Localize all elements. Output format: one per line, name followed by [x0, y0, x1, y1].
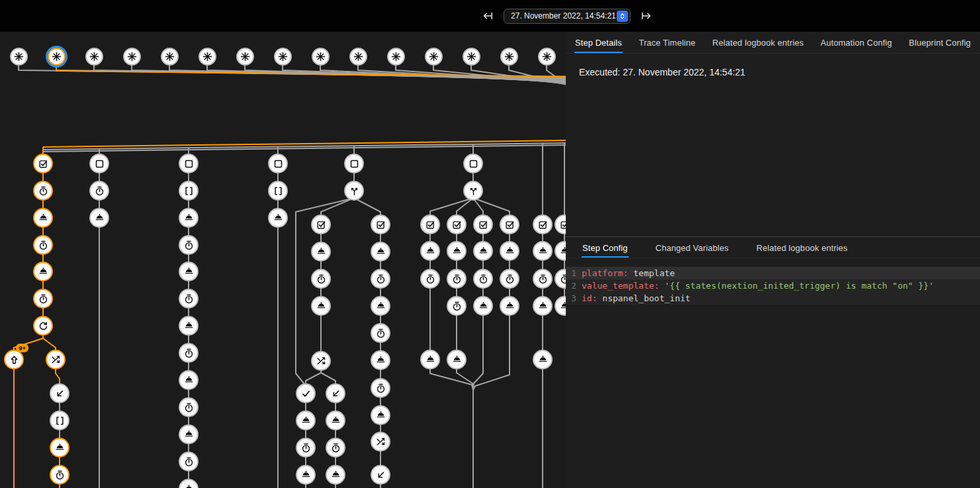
tab-blueprint-config[interactable]: Blueprint Config: [909, 32, 971, 53]
trace-node-asterisk[interactable]: [312, 48, 330, 66]
trace-node-arrow-bottom-left[interactable]: [50, 383, 69, 403]
trace-node-timer[interactable]: [311, 269, 331, 289]
step-config-editor[interactable]: 1platform: template2value_template: '{{ …: [566, 267, 980, 305]
trace-node-service-bell[interactable]: [500, 296, 519, 316]
trace-node-service-bell[interactable]: [420, 241, 440, 261]
trace-node-asterisk[interactable]: [500, 48, 518, 66]
trace-node-timer[interactable]: [179, 289, 199, 309]
trace-node-service-bell[interactable]: [296, 465, 316, 485]
trace-node-checkbox[interactable]: [371, 215, 390, 234]
trace-node-timer[interactable]: [473, 269, 493, 289]
trace-node-service-bell[interactable]: [447, 241, 467, 261]
trace-node-service-bell[interactable]: [473, 241, 493, 261]
trace-node-checkbox[interactable]: [447, 215, 467, 234]
trace-node-service-bell[interactable]: [268, 208, 288, 228]
tab-step-config[interactable]: Step Config: [582, 237, 629, 258]
trace-node-brackets[interactable]: [268, 181, 288, 201]
trace-node-checkbox[interactable]: [555, 215, 566, 234]
trace-node-asterisk[interactable]: [274, 48, 292, 66]
previous-trace-button[interactable]: [480, 9, 495, 23]
trace-node-arrow-bottom-left[interactable]: [371, 465, 390, 485]
trace-node-asterisk[interactable]: [538, 48, 556, 66]
trace-node-choose-split[interactable]: [463, 181, 483, 201]
trace-node-service-bell[interactable]: [326, 465, 345, 485]
trace-node-check[interactable]: [296, 383, 316, 403]
tab-related-logbook-entries[interactable]: Related logbook entries: [712, 32, 805, 53]
trace-node-checkbox[interactable]: [420, 215, 440, 234]
trace-node-service-bell[interactable]: [555, 296, 566, 316]
trace-node-brackets[interactable]: [179, 181, 199, 201]
trace-run-select[interactable]: 27. November 2022, 14:54:21: [504, 9, 631, 24]
trace-node-service-bell[interactable]: [500, 241, 519, 261]
trace-node-timer[interactable]: [371, 378, 390, 398]
next-trace-button[interactable]: [639, 9, 654, 23]
trace-node-split-arrows[interactable]: [371, 432, 390, 452]
trace-node-timer[interactable]: [555, 269, 566, 289]
trace-node-service-bell[interactable]: [533, 241, 553, 261]
trace-node-timer[interactable]: [179, 452, 199, 471]
trace-node-timer[interactable]: [89, 181, 109, 201]
trace-node-service-bell[interactable]: [179, 316, 199, 336]
trace-node-arrow-up[interactable]: 9+: [4, 350, 24, 369]
trace-node-service-bell[interactable]: [371, 405, 390, 425]
code-line-1[interactable]: 1platform: template: [566, 267, 980, 279]
trace-node-timer[interactable]: [420, 269, 440, 289]
trace-node-service-bell[interactable]: [179, 479, 199, 488]
trace-node-timer[interactable]: [326, 438, 345, 458]
trace-node-service-bell[interactable]: [179, 370, 199, 390]
trace-node-brackets[interactable]: [50, 411, 69, 430]
trace-node-service-bell[interactable]: [311, 296, 331, 316]
trace-node-service-bell[interactable]: [89, 208, 109, 228]
trace-node-asterisk[interactable]: [236, 48, 254, 66]
trace-node-state-box[interactable]: [179, 154, 199, 173]
trace-node-repeat[interactable]: [33, 316, 53, 336]
trace-node-service-bell[interactable]: [555, 241, 566, 261]
tab-changed-variables[interactable]: Changed Variables: [655, 237, 729, 258]
trace-node-asterisk[interactable]: [349, 48, 367, 66]
trace-node-asterisk[interactable]: [199, 48, 216, 66]
trace-node-service-bell[interactable]: [371, 296, 390, 316]
trace-node-timer[interactable]: [179, 235, 199, 255]
trace-node-timer[interactable]: [371, 323, 390, 343]
trace-node-checkbox[interactable]: [311, 215, 331, 234]
trace-node-timer[interactable]: [50, 465, 69, 485]
trace-node-timer[interactable]: [447, 269, 467, 289]
trace-node-service-bell[interactable]: [33, 262, 53, 281]
trace-node-choose-split[interactable]: [344, 181, 364, 201]
trace-node-service-bell[interactable]: [371, 350, 390, 370]
trace-node-asterisk[interactable]: [10, 48, 28, 66]
trace-node-service-bell[interactable]: [296, 411, 316, 430]
trace-node-timer[interactable]: [179, 397, 199, 417]
trace-node-timer[interactable]: [447, 296, 467, 316]
trace-node-timer[interactable]: [33, 289, 53, 309]
trace-node-state-box[interactable]: [463, 154, 483, 173]
trace-node-arrow-bottom-left[interactable]: [326, 383, 345, 403]
trace-node-service-bell[interactable]: [533, 350, 553, 369]
trace-node-service-bell[interactable]: [447, 350, 467, 369]
code-line-2[interactable]: 2value_template: '{{ states(nextion_init…: [566, 279, 980, 292]
trace-node-split-arrows[interactable]: [311, 351, 331, 371]
trace-node-asterisk[interactable]: [425, 48, 443, 66]
trace-node-service-bell[interactable]: [179, 424, 199, 444]
trace-node-state-box[interactable]: [268, 154, 288, 173]
trace-node-state-box[interactable]: [344, 154, 364, 173]
trace-node-asterisk[interactable]: [48, 48, 66, 66]
trace-node-timer[interactable]: [533, 269, 553, 289]
code-line-3[interactable]: 3id: nspanel_boot_init: [566, 292, 980, 305]
trace-node-service-bell[interactable]: [179, 262, 199, 281]
trace-node-service-bell[interactable]: [533, 296, 553, 316]
tab-step-details[interactable]: Step Details: [574, 32, 623, 53]
trace-node-timer[interactable]: [500, 269, 519, 289]
trace-node-checkbox[interactable]: [533, 215, 553, 234]
trace-node-timer[interactable]: [33, 235, 53, 255]
trace-node-asterisk[interactable]: [463, 48, 480, 66]
trace-node-asterisk[interactable]: [387, 48, 405, 66]
trace-node-service-bell[interactable]: [473, 296, 493, 316]
tab-related-logbook-entries[interactable]: Related logbook entries: [756, 237, 848, 258]
trace-node-asterisk[interactable]: [161, 48, 179, 66]
trace-node-checkbox[interactable]: [500, 215, 519, 234]
trace-node-timer[interactable]: [296, 438, 316, 458]
trace-node-split-arrows[interactable]: [46, 350, 66, 369]
trace-node-service-bell[interactable]: [326, 411, 345, 430]
trace-node-service-bell[interactable]: [311, 242, 331, 262]
